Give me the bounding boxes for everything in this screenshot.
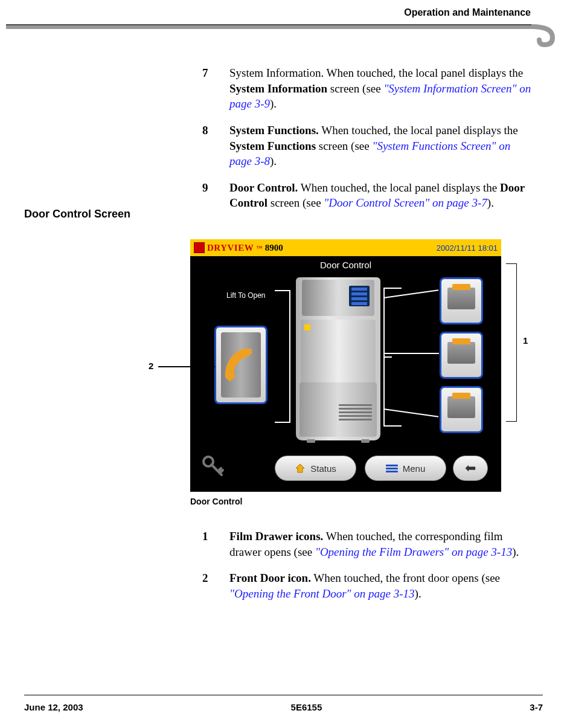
open-arrow-icon (223, 349, 254, 385)
printer-graphic (296, 277, 380, 440)
text: When touched, the local panel displays t… (298, 181, 500, 194)
bold-text: System Functions (229, 140, 316, 152)
list-item: 9 Door Control. When touched, the local … (202, 180, 534, 211)
cross-ref-link[interactable]: "Door Control Screen" on page 3-7 (324, 196, 487, 209)
screen-title: Door Control (190, 256, 501, 270)
text: When touched, the front door opens (see (311, 572, 500, 584)
text: ). (270, 97, 277, 110)
bottom-nav: Status Menu (275, 456, 446, 481)
back-button[interactable]: ⬅ (453, 456, 488, 481)
menu-button[interactable]: Menu (365, 456, 446, 481)
callout-2-line (158, 366, 215, 367)
footer-date: June 12, 2003 (24, 702, 83, 712)
page-header-title: Operation and Maintenance (404, 7, 531, 18)
text: ). (270, 155, 277, 167)
film-drawer-3-button[interactable] (440, 386, 483, 433)
brand: DRYVIEW™8900 (194, 242, 283, 253)
screenshot-topbar: DRYVIEW™8900 2002/11/11 18:01 (190, 239, 501, 256)
footer-docid: 5E6155 (291, 702, 322, 712)
text: screen (see (316, 140, 372, 152)
brand-model: 8900 (265, 243, 283, 253)
list-item: 2 Front Door icon. When touched, the fro… (202, 570, 534, 601)
lift-to-open-label: Lift To Open (226, 291, 266, 300)
bracket-right (383, 288, 402, 427)
text: When touched, the local panel displays t… (319, 124, 518, 137)
section-heading: Door Control Screen (24, 208, 130, 221)
callout-1-label: 1 (523, 335, 528, 346)
item-body: System Functions. When touched, the loca… (229, 123, 534, 169)
menu-icon (386, 463, 398, 473)
back-arrow-icon: ⬅ (465, 460, 476, 476)
item-body: Front Door icon. When touched, the front… (229, 570, 534, 601)
list-item: 1 Film Drawer icons. When touched, the c… (202, 529, 534, 559)
list-item: 7 System Information. When touched, the … (202, 65, 534, 112)
cross-ref-link[interactable]: "Opening the Front Door" on page 3-13 (229, 587, 415, 600)
text: ). (487, 196, 494, 209)
figure-area: DRYVIEW™8900 2002/11/11 18:01 Door Contr… (169, 239, 531, 506)
home-icon (295, 463, 306, 474)
top-list: 7 System Information. When touched, the … (202, 65, 534, 222)
status-label: Status (310, 463, 336, 474)
text: screen (see (327, 82, 383, 95)
footer-rule (24, 695, 543, 696)
lead-bold: Film Drawer icons. (229, 530, 323, 543)
text: screen (see (267, 196, 324, 209)
figure-caption: Door Control (190, 497, 531, 506)
page-footer: June 12, 2003 5E6155 3-7 (24, 702, 543, 712)
film-drawer-2-button[interactable] (440, 332, 483, 379)
door-control-screenshot: DRYVIEW™8900 2002/11/11 18:01 Door Contr… (190, 239, 501, 492)
status-button[interactable]: Status (275, 456, 356, 481)
cross-ref-link[interactable]: "Opening the Film Drawers" on page 3-13 (315, 546, 512, 558)
kodak-logo-icon (194, 242, 205, 253)
brand-name: DRYVIEW (207, 243, 254, 253)
item-number: 7 (202, 65, 229, 112)
footer-page: 3-7 (530, 702, 543, 712)
menu-label: Menu (403, 463, 426, 474)
film-drawer-icons (440, 277, 483, 433)
item-body: System Information. When touched, the lo… (229, 65, 534, 112)
header-swoosh-decor (6, 23, 562, 47)
item-body: Film Drawer icons. When touched, the cor… (229, 529, 534, 559)
item-number: 8 (202, 123, 229, 169)
item-number: 1 (202, 529, 229, 559)
lead-bold: System Functions. (229, 124, 319, 137)
item-body: Door Control. When touched, the local pa… (229, 180, 534, 211)
timestamp: 2002/11/11 18:01 (437, 243, 498, 253)
text: ). (512, 546, 519, 558)
list-item: 8 System Functions. When touched, the lo… (202, 123, 534, 169)
screen-body: Door Control Lift To Open (190, 256, 501, 492)
lead-bold: Front Door icon. (229, 572, 311, 584)
brand-tm: ™ (256, 245, 263, 251)
item-number: 9 (202, 180, 229, 211)
front-door-button[interactable] (214, 326, 267, 404)
callout-2-label: 2 (149, 361, 153, 371)
film-drawer-1-button[interactable] (440, 277, 483, 324)
bracket-left (275, 290, 290, 423)
item-number: 2 (202, 570, 229, 601)
lower-list: 1 Film Drawer icons. When touched, the c… (202, 529, 534, 613)
text: ). (415, 587, 421, 600)
connector-line (383, 353, 439, 354)
key-icon (201, 454, 225, 478)
callout-1-bracket (506, 263, 517, 422)
text: System Information. When touched, the lo… (229, 66, 523, 79)
lead-bold: Door Control. (229, 181, 298, 194)
bold-text: System Information (229, 82, 327, 95)
